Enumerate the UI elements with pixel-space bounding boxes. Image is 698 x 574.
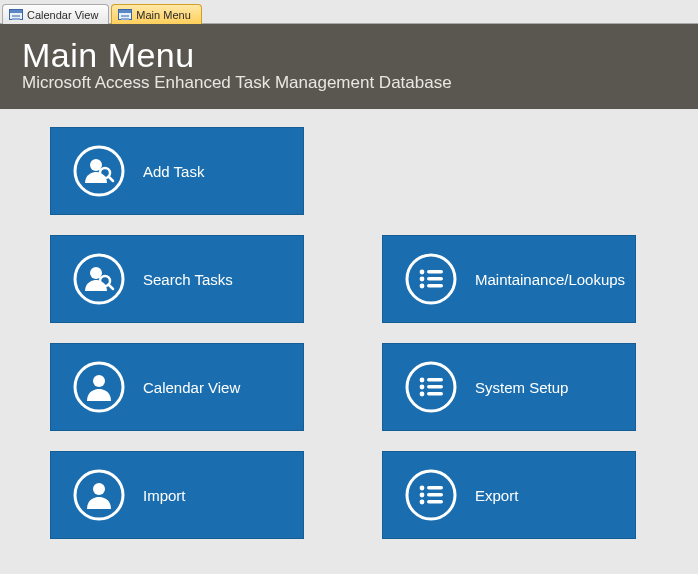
tile-maintenance-lookups[interactable]: Maintainance/Lookups	[382, 235, 636, 323]
svg-rect-30	[427, 493, 443, 497]
svg-rect-23	[427, 385, 443, 389]
svg-rect-16	[427, 277, 443, 281]
tile-label: Export	[475, 487, 518, 504]
svg-rect-21	[427, 378, 443, 382]
tile-add-task[interactable]: Add Task	[50, 127, 304, 215]
svg-point-11	[93, 483, 105, 495]
svg-rect-32	[427, 500, 443, 504]
svg-point-0	[75, 147, 123, 195]
svg-point-22	[420, 385, 425, 390]
svg-rect-18	[427, 284, 443, 288]
tile-label: Import	[143, 487, 186, 504]
person-search-icon	[73, 145, 125, 197]
tab-strip: Calendar View Main Menu	[0, 0, 698, 24]
page-title: Main Menu	[22, 36, 676, 75]
svg-point-29	[420, 493, 425, 498]
person-search-icon	[73, 253, 125, 305]
svg-point-24	[420, 392, 425, 397]
svg-point-17	[420, 284, 425, 289]
tile-label: System Setup	[475, 379, 568, 396]
list-icon	[405, 361, 457, 413]
tile-calendar-view[interactable]: Calendar View	[50, 343, 304, 431]
form-icon	[118, 9, 132, 20]
svg-point-4	[75, 255, 123, 303]
tile-export[interactable]: Export	[382, 451, 636, 539]
svg-point-27	[420, 486, 425, 491]
svg-rect-14	[427, 270, 443, 274]
svg-line-3	[109, 177, 114, 182]
svg-point-15	[420, 277, 425, 282]
tile-label: Add Task	[143, 163, 204, 180]
tile-system-setup[interactable]: System Setup	[382, 343, 636, 431]
form-icon	[9, 9, 23, 20]
list-icon	[405, 469, 457, 521]
main-menu-grid: Add Task Search Tasks Calendar View	[0, 109, 698, 147]
tile-label: Search Tasks	[143, 271, 233, 288]
page-subtitle: Microsoft Access Enhanced Task Managemen…	[22, 73, 676, 93]
tile-label: Maintainance/Lookups	[475, 271, 625, 288]
svg-rect-25	[427, 392, 443, 396]
tab-main-menu[interactable]: Main Menu	[111, 4, 201, 24]
svg-line-7	[109, 285, 114, 290]
person-icon	[73, 361, 125, 413]
svg-point-13	[420, 270, 425, 275]
list-icon	[405, 253, 457, 305]
svg-point-31	[420, 500, 425, 505]
tab-label: Calendar View	[27, 9, 98, 21]
tile-search-tasks[interactable]: Search Tasks	[50, 235, 304, 323]
svg-point-9	[93, 375, 105, 387]
svg-point-20	[420, 378, 425, 383]
tile-import[interactable]: Import	[50, 451, 304, 539]
spacer	[382, 127, 636, 235]
tab-calendar-view[interactable]: Calendar View	[2, 4, 109, 24]
person-icon	[73, 469, 125, 521]
tab-label: Main Menu	[136, 9, 190, 21]
svg-rect-28	[427, 486, 443, 490]
tile-label: Calendar View	[143, 379, 240, 396]
page-header: Main Menu Microsoft Access Enhanced Task…	[0, 24, 698, 109]
